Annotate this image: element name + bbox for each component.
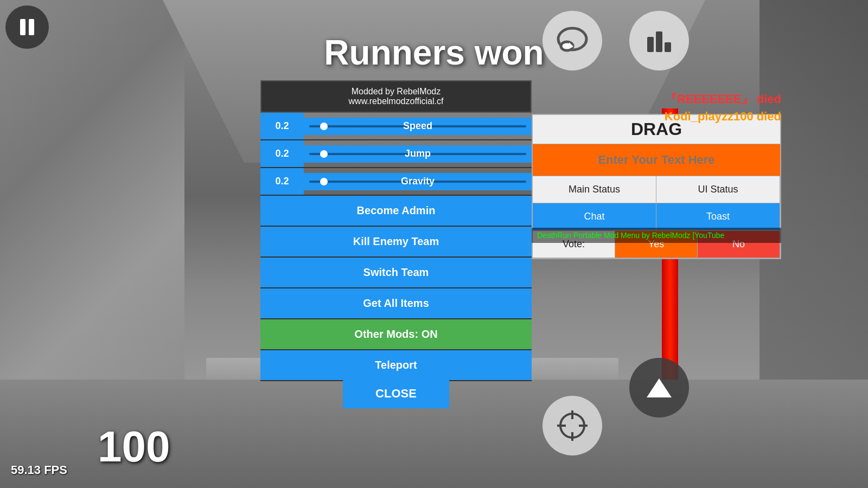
kill-enemy-team-button[interactable]: Kill Enemy Team xyxy=(260,227,532,258)
ui-status-button[interactable]: UI Status xyxy=(656,176,780,203)
up-arrow-icon xyxy=(644,373,674,403)
stats-bar-icon xyxy=(643,26,675,56)
toast-button[interactable]: Toast xyxy=(656,203,780,230)
stats-circle-button[interactable] xyxy=(629,11,689,70)
crosshair-button[interactable] xyxy=(542,396,602,455)
death-message-1: 『REEEEEEE』 died xyxy=(665,91,781,107)
chat-circle-button[interactable] xyxy=(542,11,602,70)
ticker-text: DeathRun Portable Mod Menu by RebelModz … xyxy=(532,228,781,243)
become-admin-button[interactable]: Become Admin xyxy=(260,196,532,227)
up-arrow-button[interactable] xyxy=(629,358,689,418)
chat-button[interactable]: Chat xyxy=(533,203,656,230)
switch-team-button[interactable]: Switch Team xyxy=(260,258,532,288)
jump-slider-row: 0.2 Jump xyxy=(260,140,532,168)
other-mods-button[interactable]: Other Mods: ON xyxy=(260,319,532,350)
speed-slider-row: 0.2 Speed xyxy=(260,113,532,140)
round-result-title: Runners won xyxy=(324,33,544,73)
jump-slider[interactable]: Jump xyxy=(304,145,532,163)
svg-rect-5 xyxy=(656,31,662,52)
svg-rect-4 xyxy=(647,37,654,52)
speed-label: Speed xyxy=(403,120,432,132)
speed-thumb xyxy=(320,123,328,130)
jump-thumb xyxy=(320,150,328,158)
teleport-button[interactable]: Teleport xyxy=(260,350,532,381)
menu-header: Modded by RebelModz www.rebelmodzofficia… xyxy=(260,80,532,113)
header-line1: Modded by RebelModz xyxy=(267,87,525,97)
speed-slider[interactable]: Speed xyxy=(304,118,532,135)
mod-menu-panel: Modded by RebelModz www.rebelmodzofficia… xyxy=(260,80,532,381)
gravity-thumb xyxy=(320,178,328,185)
svg-marker-7 xyxy=(647,378,672,397)
svg-rect-6 xyxy=(665,42,671,52)
gravity-slider[interactable]: Gravity xyxy=(304,173,532,190)
gravity-label: Gravity xyxy=(401,176,435,187)
death-messages-container: 『REEEEEEE』 died Kodi_playzz100 died xyxy=(665,91,781,126)
main-status-button[interactable]: Main Status xyxy=(533,176,656,203)
crosshair-icon xyxy=(556,409,589,442)
gravity-slider-row: 0.2 Gravity xyxy=(260,168,532,196)
close-button[interactable]: CLOSE xyxy=(343,379,449,408)
pause-icon xyxy=(20,19,34,35)
health-display: 100 xyxy=(98,422,170,472)
chat-bubble-icon xyxy=(556,26,589,56)
fps-display: 59.13 FPS xyxy=(11,463,67,477)
drag-grid: Main Status UI Status Chat Toast xyxy=(533,176,780,230)
get-all-items-button[interactable]: Get All Items xyxy=(260,288,532,319)
header-line2: www.rebelmodzofficial.cf xyxy=(267,97,525,106)
speed-value: 0.2 xyxy=(260,113,304,139)
death-message-2: Kodi_playzz100 died xyxy=(665,110,781,124)
drag-text-input[interactable] xyxy=(533,144,780,176)
jump-value: 0.2 xyxy=(260,140,304,167)
pause-button[interactable] xyxy=(5,5,49,49)
jump-label: Jump xyxy=(405,148,431,159)
gravity-value: 0.2 xyxy=(260,168,304,195)
